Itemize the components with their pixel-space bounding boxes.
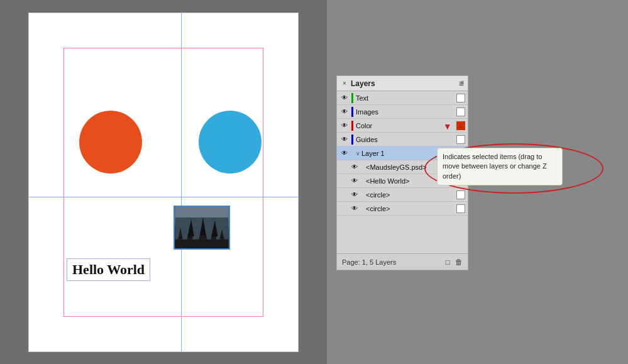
layer-row-text[interactable]: 👁 Text [337, 91, 468, 105]
panel-header: × Layers « ≡ [337, 76, 468, 91]
layer-name-layer1: Layer 1 [361, 150, 445, 157]
visibility-icon[interactable]: 👁 [350, 162, 360, 172]
svg-marker-11 [458, 123, 463, 128]
layer-color-circle1 [361, 190, 363, 200]
layer-color-color [351, 121, 353, 131]
visibility-icon[interactable]: 👁 [350, 190, 360, 200]
visibility-icon[interactable]: 👁 [350, 176, 360, 186]
layer-checkbox-circle2[interactable] [456, 204, 465, 213]
layer-color-maudsley [361, 162, 363, 172]
visibility-icon[interactable]: 👁 [339, 148, 350, 158]
layer-color-images [351, 107, 353, 117]
visibility-icon[interactable]: 👁 [339, 135, 350, 145]
right-panel-area: × Layers « ≡ 👁 Text 👁 Images 👁 Color [327, 0, 628, 364]
layer-row-guides[interactable]: 👁 Guides [337, 133, 468, 146]
tooltip-bubble: Indicates selected items (drag to move b… [437, 148, 563, 185]
layer-name-circle2: <circle> [366, 205, 455, 212]
panel-title: Layers [351, 79, 459, 88]
layer-color-text [351, 93, 353, 103]
panel-expand-icon[interactable]: « [460, 79, 464, 85]
layer-checkbox-guides[interactable] [456, 135, 465, 144]
circle-red[interactable] [79, 111, 142, 174]
tooltip-text: Indicates selected items (drag to move b… [443, 153, 547, 180]
panel-footer: Page: 1, 5 Layers □ 🗑 [337, 253, 468, 270]
layer-checkbox-images[interactable] [456, 108, 465, 116]
layer-checkbox-circle1[interactable] [456, 190, 465, 199]
layer-name-color: Color [356, 122, 455, 130]
layer-checkbox-text[interactable] [456, 94, 465, 102]
delete-layer-button[interactable]: 🗑 [455, 258, 463, 267]
canvas-page: Ps Hello World [28, 13, 299, 352]
footer-page-info: Page: 1, 5 Layers [342, 258, 396, 266]
layer-row-images[interactable]: 👁 Images [337, 105, 468, 119]
layer-color-guides [351, 135, 353, 145]
layer-color-layer1 [351, 148, 353, 158]
layer-color-circle2 [361, 204, 363, 214]
layer-color-helloworld [361, 176, 363, 186]
footer-icons: □ 🗑 [446, 258, 463, 267]
guide-vertical [181, 13, 182, 351]
red-arrow-indicator: ▲ [443, 123, 452, 133]
svg-rect-10 [175, 207, 229, 218]
visibility-icon[interactable]: 👁 [350, 204, 360, 214]
canvas-area: Ps Hello World [0, 0, 327, 364]
visibility-icon[interactable]: 👁 [339, 121, 350, 131]
svg-rect-9 [175, 239, 229, 248]
layer-name-circle1: <circle> [366, 191, 455, 199]
forest-image-content [175, 207, 229, 248]
layer-row-circle1[interactable]: 👁 <circle> [337, 188, 468, 202]
layer-name-images: Images [356, 108, 455, 116]
layer-name-guides: Guides [356, 136, 455, 143]
circle-blue[interactable] [199, 111, 262, 174]
hello-world-text: Hello World [72, 262, 145, 277]
guide-horizontal [29, 197, 298, 197]
hello-world-container[interactable]: Hello World [67, 258, 150, 281]
visibility-icon[interactable]: 👁 [339, 107, 350, 117]
layer-row-circle2[interactable]: 👁 <circle> [337, 202, 468, 216]
panel-close-button[interactable]: × [341, 80, 348, 87]
add-layer-button[interactable]: □ [446, 258, 450, 267]
layer-checkbox-color[interactable] [456, 121, 465, 130]
layer-name-text: Text [356, 94, 455, 102]
chevron-icon: ∨ [356, 150, 360, 157]
visibility-icon[interactable]: 👁 [339, 93, 350, 103]
forest-image[interactable]: Ps [174, 206, 230, 250]
